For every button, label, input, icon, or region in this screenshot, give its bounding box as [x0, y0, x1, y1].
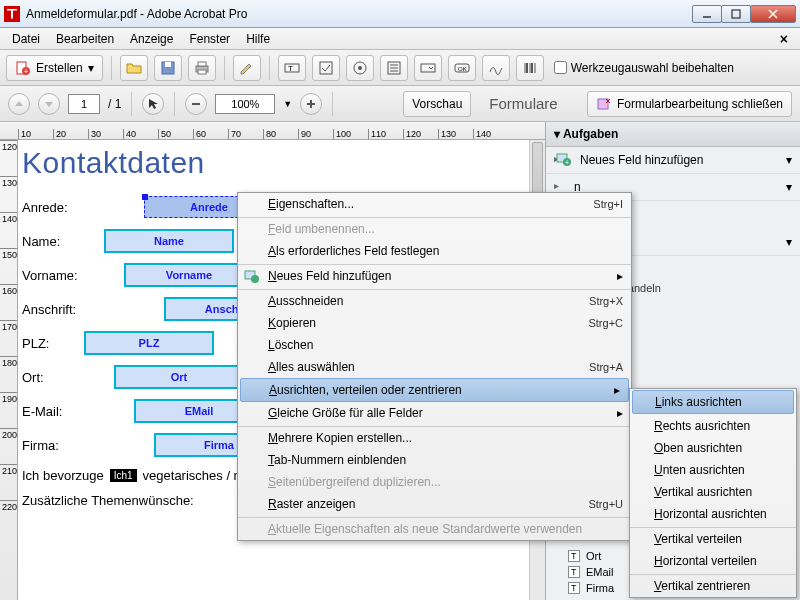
- ruler-tick: 180: [0, 356, 17, 392]
- checkbox-field[interactable]: Ich1: [110, 469, 137, 482]
- open-button[interactable]: [120, 55, 148, 81]
- page-up-button[interactable]: [8, 93, 30, 115]
- create-button[interactable]: + Erstellen ▾: [6, 55, 103, 81]
- button-tool[interactable]: OK: [448, 55, 476, 81]
- barcode-tool[interactable]: [516, 55, 544, 81]
- menu-item-label: Feld umbenennen...: [268, 222, 375, 236]
- listbox-tool[interactable]: [380, 55, 408, 81]
- signature-tool[interactable]: [482, 55, 510, 81]
- dropdown-icon: [420, 60, 436, 76]
- submenu-item[interactable]: Oben ausrichten: [630, 437, 796, 459]
- menu-item-label: Ausrichten, verteilen oder zentrieren: [269, 383, 462, 397]
- context-menu-item[interactable]: Mehrere Kopien erstellen...: [238, 426, 631, 449]
- dropdown-tool[interactable]: [414, 55, 442, 81]
- menu-shortcut: Strg+U: [588, 498, 623, 510]
- radio-tool[interactable]: [346, 55, 374, 81]
- submenu-item[interactable]: Horizontal ausrichten: [630, 503, 796, 525]
- horizontal-ruler: 102030405060708090100110120130140: [0, 122, 545, 140]
- form-field[interactable]: Ort: [114, 365, 244, 389]
- submenu-item[interactable]: Vertikal verteilen: [630, 527, 796, 550]
- context-menu-item: Aktuelle Eigenschaften als neue Standard…: [238, 517, 631, 540]
- page-number-input[interactable]: 1: [68, 94, 100, 114]
- menu-window[interactable]: Fenster: [183, 30, 236, 48]
- context-menu-item[interactable]: Als erforderliches Feld festlegen: [238, 240, 631, 262]
- context-menu-item[interactable]: AusschneidenStrg+X: [238, 289, 631, 312]
- menu-item-label: Neues Feld hinzufügen: [268, 269, 391, 283]
- menu-view[interactable]: Anzeige: [124, 30, 179, 48]
- menu-item-label: Aktuelle Eigenschaften als neue Standard…: [268, 522, 582, 536]
- select-tool[interactable]: [142, 93, 164, 115]
- menu-item-label: Mehrere Kopien erstellen...: [268, 431, 412, 445]
- ruler-tick: 130: [0, 176, 17, 212]
- submenu-item[interactable]: Links ausrichten: [632, 390, 794, 414]
- menu-shortcut: Strg+I: [593, 198, 623, 210]
- close-button[interactable]: [750, 5, 796, 23]
- page-down-button[interactable]: [38, 93, 60, 115]
- svg-point-16: [358, 66, 362, 70]
- keep-tool-input[interactable]: [554, 61, 567, 74]
- pencil-icon: [239, 60, 255, 76]
- submenu-item[interactable]: Vertikal ausrichten: [630, 481, 796, 503]
- ruler-tick: 90: [298, 129, 333, 139]
- menu-item-label: Löschen: [268, 338, 313, 352]
- document-close-button[interactable]: ×: [774, 31, 794, 47]
- submenu-arrow-icon: ▸: [617, 269, 623, 283]
- edit-button[interactable]: [233, 55, 261, 81]
- context-menu-item[interactable]: KopierenStrg+C: [238, 312, 631, 334]
- close-form-editing-button[interactable]: Formularbearbeitung schließen: [587, 91, 792, 117]
- save-button[interactable]: [154, 55, 182, 81]
- zoom-in-button[interactable]: [300, 93, 322, 115]
- keep-tool-checkbox[interactable]: Werkzeugauswahl beibehalten: [554, 61, 734, 75]
- preview-button[interactable]: Vorschau: [403, 91, 471, 117]
- ruler-tick: 120: [0, 140, 17, 176]
- context-menu-item[interactable]: Neues Feld hinzufügen▸: [238, 264, 631, 287]
- checkbox-prefix-text: Ich bevorzuge: [22, 468, 104, 483]
- listbox-icon: [386, 60, 402, 76]
- submenu-item[interactable]: Vertikal zentrieren: [630, 574, 796, 597]
- context-menu-item[interactable]: Raster anzeigenStrg+U: [238, 493, 631, 515]
- field-label: Vorname:: [22, 268, 84, 283]
- submenu-item[interactable]: Horizontal verteilen: [630, 550, 796, 572]
- svg-rect-32: [598, 99, 608, 109]
- menu-file[interactable]: Datei: [6, 30, 46, 48]
- form-field[interactable]: PLZ: [84, 331, 214, 355]
- context-menu-item[interactable]: Ausrichten, verteilen oder zentrieren▸: [240, 378, 629, 402]
- minimize-button[interactable]: [692, 5, 722, 23]
- add-field-icon: +: [556, 151, 572, 167]
- submenu-item[interactable]: Unten ausrichten: [630, 459, 796, 481]
- print-button[interactable]: [188, 55, 216, 81]
- form-field[interactable]: Name: [104, 229, 234, 253]
- context-menu-item: Seitenübergreifend duplizieren...: [238, 471, 631, 493]
- context-menu-item[interactable]: Gleiche Größe für alle Felder▸: [238, 402, 631, 424]
- menu-help[interactable]: Hilfe: [240, 30, 276, 48]
- checkbox-tool[interactable]: [312, 55, 340, 81]
- ruler-tick: 140: [473, 129, 508, 139]
- create-label: Erstellen: [36, 61, 83, 75]
- menu-item-label: Als erforderliches Feld festlegen: [268, 244, 439, 258]
- context-menu: Eigenschaften...Strg+IFeld umbenennen...…: [237, 192, 632, 541]
- context-menu-item[interactable]: Tab-Nummern einblenden: [238, 449, 631, 471]
- add-new-field-item[interactable]: + Neues Feld hinzufügen ▾: [546, 147, 800, 174]
- context-menu-item[interactable]: Löschen: [238, 334, 631, 356]
- maximize-button[interactable]: [721, 5, 751, 23]
- barcode-icon: [522, 60, 538, 76]
- context-menu-item[interactable]: Alles auswählenStrg+A: [238, 356, 631, 378]
- context-menu-item: Feld umbenennen...: [238, 217, 631, 240]
- ruler-tick: 10: [18, 129, 53, 139]
- main-toolbar: + Erstellen ▾ T OK Werkzeugauswahl beibe…: [0, 50, 800, 86]
- context-menu-item[interactable]: Eigenschaften...Strg+I: [238, 193, 631, 215]
- menu-edit[interactable]: Bearbeiten: [50, 30, 120, 48]
- tasks-header[interactable]: ▾ Aufgaben: [546, 122, 800, 147]
- text-field-tool[interactable]: T: [278, 55, 306, 81]
- field-label: Name:: [22, 234, 84, 249]
- chevron-down-icon[interactable]: ▼: [283, 99, 292, 109]
- form-field[interactable]: Vorname: [124, 263, 254, 287]
- window-titlebar: Anmeldeformular.pdf - Adobe Acrobat Pro: [0, 0, 800, 28]
- menu-item-label: Kopieren: [268, 316, 316, 330]
- submenu-item[interactable]: Rechts ausrichten: [630, 415, 796, 437]
- arrow-down-icon: [44, 99, 54, 109]
- zoom-out-button[interactable]: [185, 93, 207, 115]
- ruler-tick: 220: [0, 500, 17, 536]
- ruler-tick: 190: [0, 392, 17, 428]
- zoom-input[interactable]: 100%: [215, 94, 275, 114]
